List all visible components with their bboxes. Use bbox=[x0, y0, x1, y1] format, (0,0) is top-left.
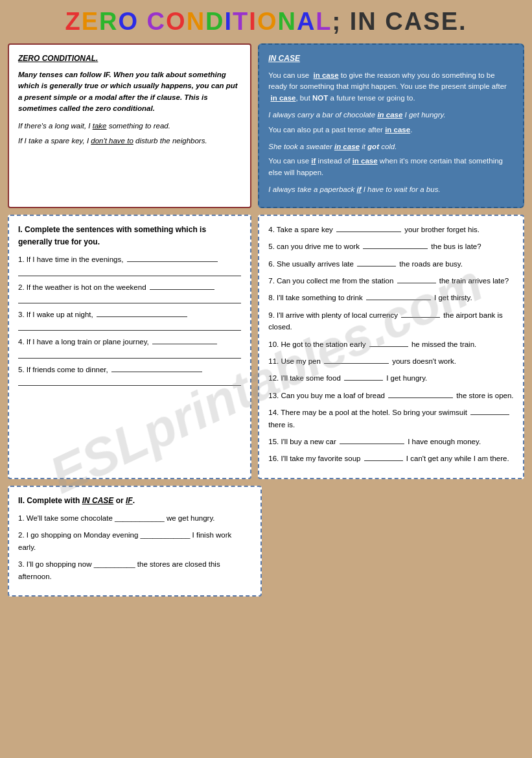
incase-box: IN CASE You can use in case to give the … bbox=[258, 43, 524, 208]
exercise1-item-1: 1. If I have time in the evenings, bbox=[18, 254, 241, 276]
ex2-item-9: 9. I'll arrive with plenty of local curr… bbox=[268, 309, 514, 333]
ex2-item-5: 5. can you drive me to work the bus is l… bbox=[268, 241, 514, 252]
top-row: ZERO CONDITIONAL. Many tenses can follow… bbox=[8, 43, 524, 208]
theory-heading: ZERO CONDITIONAL. bbox=[18, 53, 241, 64]
ex3-item-1: 1. We'll take some chocolate ___________… bbox=[18, 512, 251, 524]
bottom-spacer bbox=[268, 486, 524, 597]
ex2-item-7: 7. Can you collect me from the station t… bbox=[268, 275, 514, 287]
ex2-item-11: 11. Use my pen yours doesn't work. bbox=[268, 355, 514, 367]
exercise1-item-4: 4. If I have a long train or plane journ… bbox=[18, 336, 241, 358]
exercises-row: I. Complete the sentences with something… bbox=[8, 215, 524, 479]
incase-example3: I always take a paperback if I have to w… bbox=[268, 184, 514, 196]
exercise1-item-3: 3. If I wake up at night, bbox=[18, 309, 241, 331]
ex2-item-15: 15. I'll buy a new car I have enough mon… bbox=[268, 436, 514, 447]
page-title: ZERO CONDITIONAL; IN CASE. bbox=[8, 8, 524, 36]
ex2-item-12: 12. I'll take some food I get hungry. bbox=[268, 372, 514, 384]
incase-note2: You can use if instead of in case when i… bbox=[268, 156, 514, 179]
ex3-item-3: 3. I'll go shopping now __________ the s… bbox=[18, 558, 251, 582]
ex2-item-16: 16. I'll take my favorite soup I can't g… bbox=[268, 453, 514, 464]
incase-example2: She took a sweater in case it got cold. bbox=[268, 141, 514, 153]
theory-body: Many tenses can follow IF. When you talk… bbox=[18, 69, 241, 114]
exercise1-item-5: 5. If friends come to dinner, bbox=[18, 364, 241, 386]
ex2-item-13: 13. Can you buy me a loaf of bread the s… bbox=[268, 390, 514, 401]
exercise1-item-2: 2. If the weather is hot on the weekend bbox=[18, 281, 241, 303]
theory-box: ZERO CONDITIONAL. Many tenses can follow… bbox=[8, 43, 251, 208]
exercise1-heading: I. Complete the sentences with something… bbox=[18, 224, 241, 248]
ex3-item-2: 2. I go shopping on Monday evening _____… bbox=[18, 529, 251, 553]
ex2-item-6: 6. She usually arrives late the roads ar… bbox=[268, 258, 514, 270]
exercise1-box: I. Complete the sentences with something… bbox=[8, 215, 251, 479]
ex2-item-4: 4. Take a spare key your brother forget … bbox=[268, 224, 514, 235]
ex2-item-14: 14. There may be a pool at the hotel. So… bbox=[268, 407, 514, 431]
theory-example-1: If there's a long wait, I take something… bbox=[18, 121, 241, 132]
incase-example1: I always carry a bar of chocolate in cas… bbox=[268, 110, 514, 121]
exercise3-heading: II. Complete with IN CASE or IF. bbox=[18, 495, 251, 507]
incase-note1: You can also put a past tense after in c… bbox=[268, 124, 514, 136]
incase-intro: You can use in case to give the reason w… bbox=[268, 70, 514, 104]
ex2-item-8: 8. I'll take something to drink I get th… bbox=[268, 292, 514, 303]
exercise3-box: II. Complete with IN CASE or IF. 1. We'l… bbox=[8, 486, 262, 597]
ex2-item-10: 10. He got to the station early he misse… bbox=[268, 338, 514, 350]
page: ZERO CONDITIONAL; IN CASE. ZERO CONDITIO… bbox=[8, 8, 524, 597]
incase-heading: IN CASE bbox=[268, 53, 514, 65]
exercise2-box: 4. Take a spare key your brother forget … bbox=[258, 215, 524, 479]
bottom-row: II. Complete with IN CASE or IF. 1. We'l… bbox=[8, 486, 524, 597]
theory-example-2: If I take a spare key, I don't have to d… bbox=[18, 136, 241, 147]
